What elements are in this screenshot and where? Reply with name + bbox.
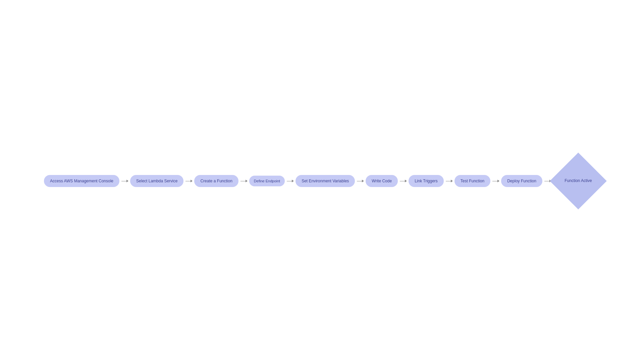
node-set-env-vars[interactable]: Set Environment Variables: [296, 175, 355, 187]
arrow-7: [444, 181, 454, 181]
diamond-label: Function Active: [565, 178, 592, 184]
node-select-lambda[interactable]: Select Lambda Service: [130, 175, 183, 187]
main-canvas: Access AWS Management Console Select Lam…: [0, 0, 644, 362]
arrow-2: [183, 181, 194, 181]
node-create-function[interactable]: Create a Function: [194, 175, 238, 187]
node-function-active[interactable]: Function Active: [550, 153, 607, 209]
node-link-triggers[interactable]: Link Triggers: [409, 175, 444, 187]
flowchart: Access AWS Management Console Select Lam…: [44, 158, 600, 204]
node-deploy-function[interactable]: Deploy Function: [501, 175, 542, 187]
arrow-1: [119, 181, 130, 181]
arrow-3: [238, 181, 249, 181]
node-write-code[interactable]: Write Code: [366, 175, 398, 187]
node-define-endpoint[interactable]: Define Endpoint: [249, 176, 285, 186]
node-test-function[interactable]: Test Function: [454, 175, 490, 187]
arrow-6: [398, 181, 409, 181]
node-function-active-wrapper: Function Active: [553, 158, 600, 204]
arrow-8: [490, 181, 501, 181]
arrow-4: [285, 181, 296, 181]
node-access-aws[interactable]: Access AWS Management Console: [44, 175, 119, 187]
arrow-5: [355, 181, 366, 181]
